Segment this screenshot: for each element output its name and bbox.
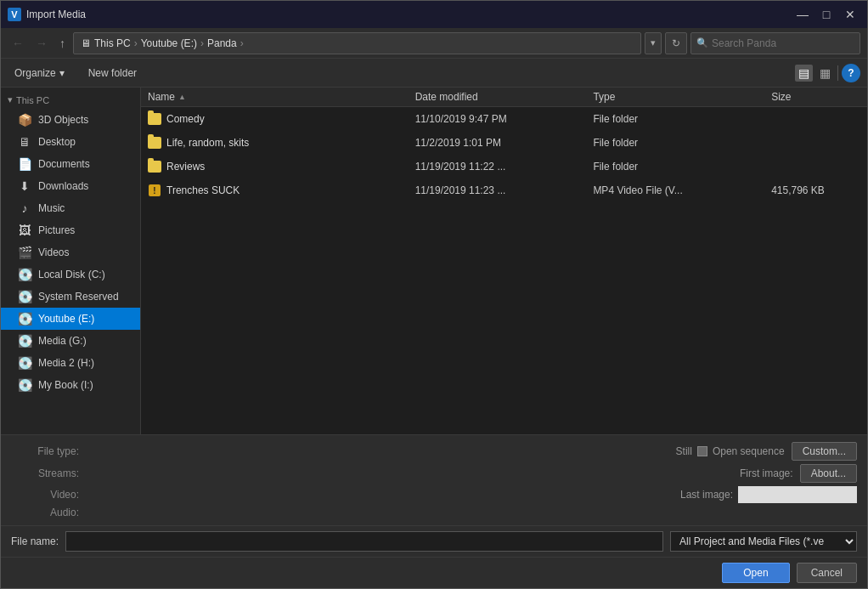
file-list-container: Name ▲ Date modified Type Size Comedy (141, 88, 867, 434)
view-details-button[interactable]: ▤ (795, 65, 813, 82)
audio-row: Audio: (11, 505, 857, 520)
sidebar-item-label: Documents (38, 158, 90, 170)
sidebar-item-local-disk[interactable]: 💽 Local Disk (C:) (1, 263, 140, 286)
back-button[interactable]: ← (8, 35, 28, 52)
column-type[interactable]: Type (593, 91, 771, 103)
help-button[interactable]: ? (842, 64, 860, 82)
toolbar-divider (837, 65, 838, 81)
last-image-label: Last image: (680, 489, 733, 501)
sidebar-item-system-reserved[interactable]: 💽 System Reserved (1, 286, 140, 308)
file-date-comedy: 11/10/2019 9:47 PM (415, 113, 594, 125)
table-row[interactable]: Life, random, skits 11/2/2019 1:01 PM Fi… (141, 131, 867, 155)
desktop-icon: 🖥 (18, 135, 31, 149)
sidebar-item-youtube[interactable]: 💽 Youtube (E:) (1, 308, 140, 330)
search-input[interactable] (712, 37, 854, 49)
toolbar-right: ▤ ▦ ? (795, 64, 860, 82)
sidebar-item-3d-objects[interactable]: 📦 3D Objects (1, 109, 140, 131)
sidebar-item-label: Music (38, 202, 65, 214)
filename-row: File name: All Project and Media Files (… (1, 525, 867, 557)
column-name[interactable]: Name ▲ (148, 91, 415, 103)
music-icon: ♪ (18, 201, 31, 215)
sidebar-item-media-2-h[interactable]: 💽 Media 2 (H:) (1, 352, 140, 374)
file-type-row: File type: Still Open sequence Custom... (11, 440, 857, 462)
folder-icon (148, 161, 161, 173)
table-row[interactable]: Reviews 11/19/2019 11:22 ... File folder (141, 155, 867, 178)
close-button[interactable]: ✕ (840, 6, 860, 23)
forward-button[interactable]: → (31, 35, 52, 52)
last-image-input[interactable] (738, 486, 857, 503)
documents-icon: 📄 (18, 157, 31, 171)
title-bar-controls: — □ ✕ (792, 6, 860, 23)
cancel-button[interactable]: Cancel (797, 563, 857, 583)
video-file-icon (148, 184, 161, 197)
last-image-section: Last image: (680, 486, 857, 503)
filename-input[interactable] (65, 531, 663, 552)
sidebar-item-label: Pictures (38, 224, 75, 236)
table-row[interactable]: Trenches SUCK 11/19/2019 11:23 ... MP4 V… (141, 178, 867, 202)
sidebar-item-label: Videos (38, 246, 69, 258)
navigation-bar: ← → ↑ 🖥 This PC › Youtube (E:) › Panda ›… (1, 28, 867, 59)
filetype-select[interactable]: All Project and Media Files (*.ve (670, 531, 857, 552)
sidebar-item-my-book[interactable]: 💽 My Book (I:) (1, 374, 140, 396)
media-h-icon: 💽 (18, 356, 31, 370)
sidebar-item-label: 3D Objects (38, 114, 88, 126)
column-size[interactable]: Size (771, 91, 860, 103)
sidebar-item-media-g[interactable]: 💽 Media (G:) (1, 330, 140, 352)
window-title: Import Media (26, 8, 86, 20)
sidebar-item-pictures[interactable]: 🖼 Pictures (1, 219, 140, 241)
minimize-button[interactable]: — (792, 6, 813, 23)
sidebar-item-desktop[interactable]: 🖥 Desktop (1, 131, 140, 153)
custom-button[interactable]: Custom... (792, 442, 857, 461)
sidebar-item-label: Media 2 (H:) (38, 357, 94, 369)
about-button[interactable]: About... (800, 464, 857, 483)
maximize-button[interactable]: □ (816, 6, 837, 23)
sidebar-item-music[interactable]: ♪ Music (1, 197, 140, 219)
file-name-comedy: Comedy (148, 113, 415, 125)
refresh-button[interactable]: ↻ (665, 32, 687, 54)
file-type-trenches: MP4 Video File (V... (593, 184, 771, 196)
up-button[interactable]: ↑ (55, 35, 70, 52)
open-button[interactable]: Open (722, 563, 789, 583)
new-folder-button[interactable]: New folder (82, 64, 144, 82)
sidebar-group-this-pc[interactable]: ▾ This PC (1, 91, 140, 109)
dialog-window: V Import Media — □ ✕ ← → ↑ 🖥 This PC › Y… (0, 0, 868, 589)
streams-label: Streams: (11, 467, 79, 479)
video-label: Video: (11, 489, 79, 501)
open-sequence-label: Open sequence (713, 445, 785, 457)
sidebar-item-downloads[interactable]: ⬇ Downloads (1, 175, 140, 197)
view-tiles-button[interactable]: ▦ (816, 65, 834, 82)
breadcrumb-this-pc[interactable]: This PC (94, 37, 131, 49)
file-name-life: Life, random, skits (148, 137, 415, 149)
table-row[interactable]: Comedy 11/10/2019 9:47 PM File folder (141, 107, 867, 131)
search-icon: 🔍 (696, 37, 708, 48)
video-row: Video: Last image: (11, 484, 857, 505)
sidebar-item-documents[interactable]: 📄 Documents (1, 153, 140, 175)
sidebar-item-videos[interactable]: 🎬 Videos (1, 241, 140, 263)
open-sequence-checkbox[interactable] (697, 446, 707, 456)
sort-arrow: ▲ (178, 93, 186, 101)
folder-icon (148, 137, 161, 149)
media-g-icon: 💽 (18, 334, 31, 348)
sidebar-item-label: Youtube (E:) (38, 313, 94, 325)
column-date-modified[interactable]: Date modified (415, 91, 594, 103)
file-date-life: 11/2/2019 1:01 PM (415, 137, 594, 149)
sidebar-item-label: My Book (I:) (38, 379, 93, 391)
file-size-trenches: 415,796 KB (771, 184, 860, 196)
organize-button[interactable]: Organize ▾ (8, 64, 71, 82)
file-name-trenches: Trenches SUCK (148, 184, 415, 197)
file-date-trenches: 11/19/2019 11:23 ... (415, 184, 594, 196)
first-image-label: First image: (740, 467, 793, 479)
breadcrumb-youtube[interactable]: Youtube (E:) (141, 37, 197, 49)
breadcrumb-panda[interactable]: Panda (207, 37, 237, 49)
streams-row: Streams: First image: About... (11, 462, 857, 484)
audio-label: Audio: (11, 507, 79, 518)
sidebar-item-label: Local Disk (C:) (38, 269, 105, 280)
breadcrumb-dropdown-button[interactable]: ▾ (645, 32, 662, 54)
youtube-drive-icon: 💽 (18, 312, 31, 326)
file-type-reviews: File folder (593, 161, 771, 173)
title-bar: V Import Media — □ ✕ (1, 1, 867, 28)
sidebar: ▾ This PC 📦 3D Objects 🖥 Desktop 📄 Docum… (1, 88, 141, 434)
downloads-icon: ⬇ (18, 179, 31, 193)
file-type-label: File type: (11, 445, 79, 457)
first-image-section: First image: (740, 467, 793, 479)
